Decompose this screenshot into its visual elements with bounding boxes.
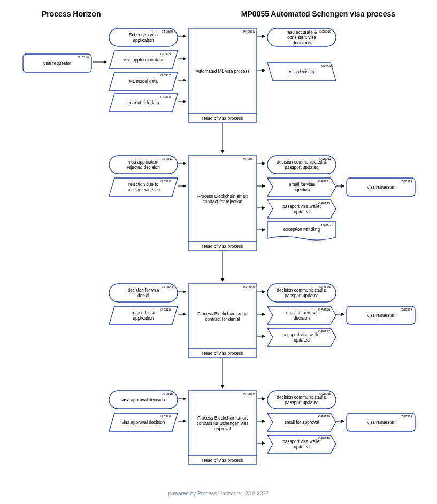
svg-text:CU0333: CU0333	[401, 308, 413, 311]
svg-rect-16	[188, 28, 257, 122]
svg-text:CU0322: CU0322	[401, 180, 413, 183]
svg-text:decision: decision	[294, 316, 310, 321]
node-PR0058: PR0058Process Blockchain smartcontract f…	[188, 283, 257, 358]
svg-text:OP0326: OP0326	[318, 308, 331, 311]
arrow-pr0059-ec0066	[257, 396, 268, 402]
svg-text:CU0332: CU0332	[401, 415, 413, 418]
svg-text:Process Blockchain smart: Process Blockchain smart	[197, 194, 248, 199]
svg-text:visa application: visa application	[128, 160, 158, 165]
arrow-in3-pr0056	[178, 77, 189, 83]
node-ET0065: ET0065visa approval decision	[109, 390, 178, 409]
node-OP0323: OP0323passport visa walletupdated	[267, 199, 336, 219]
svg-text:application: application	[133, 38, 154, 43]
svg-text:contract for Schengen visa: contract for Schengen visa	[197, 421, 249, 426]
svg-text:Process Blockchain smart: Process Blockchain smart	[197, 312, 248, 316]
node-OP0324: OP0324exception handling	[267, 221, 336, 243]
arrow-pr0058-ec0064	[257, 289, 268, 295]
svg-text:PR0057: PR0057	[243, 157, 255, 160]
arrow-pr0059-op0330	[257, 440, 268, 446]
arrow-pr0057-op0324	[257, 227, 268, 233]
arrow-pr0057-op0323	[257, 205, 268, 211]
arrow-op0329-cu0332	[336, 418, 347, 424]
svg-text:PR0056: PR0056	[243, 30, 255, 33]
svg-text:decision communicated &: decision communicated &	[277, 288, 327, 293]
arrow-su-to-ip	[93, 58, 110, 66]
node-CU0332: CU0332visa requester	[346, 413, 416, 432]
arrow-ip0325-pr0058	[178, 311, 189, 317]
arrow-et0061-pr0057	[178, 160, 189, 167]
node-EC0062: EC0062decision communicated &passport up…	[267, 155, 336, 174]
node-OP0319: OP0319visa decision	[267, 62, 336, 81]
node-SU0316: SU0316visa requester	[22, 53, 92, 73]
arrow-et0065-pr0059	[178, 396, 189, 402]
svg-text:decision communicated &: decision communicated &	[277, 395, 327, 400]
svg-text:Head of visa process: Head of visa process	[202, 351, 243, 356]
node-ET0061: ET0061visa applicationrejected decision	[109, 155, 178, 174]
svg-text:passport updated: passport updated	[285, 293, 319, 298]
node-PR0056: PR0056Automated ML visa processHead of v…	[188, 28, 257, 123]
svg-text:IP0320: IP0320	[160, 180, 171, 183]
arrow-pr0057-ec0062	[257, 160, 268, 167]
node-PR0057: PR0057Process Blockchain smartcontract f…	[188, 155, 257, 251]
header-left: Process Horizon	[42, 10, 101, 18]
svg-text:fast, accurate &: fast, accurate &	[287, 30, 317, 35]
svg-text:email for approval: email for approval	[284, 420, 319, 425]
node-IP0328: IP0328visa approval decision	[109, 413, 178, 432]
arrow-pr0058-op0326	[257, 311, 268, 317]
arrow-in4-pr0056	[178, 98, 189, 105]
svg-text:OP0324: OP0324	[321, 223, 334, 227]
node-IP0317: IP0317ML model data	[109, 72, 178, 91]
svg-text:passport visa wallet: passport visa wallet	[282, 332, 321, 337]
node-CU0322: CU0322visa requester	[346, 177, 416, 197]
svg-text:decision communicated &: decision communicated &	[277, 160, 327, 165]
arrow-in2-pr0056	[178, 56, 189, 62]
arrow-pr0057-pr0058	[217, 251, 228, 284]
node-EC0060: EC0060fast, accurate &consistent visadec…	[267, 28, 336, 47]
svg-text:contract for rejection: contract for rejection	[203, 199, 243, 204]
diagram-page: Process Horizon MP0055 Automated Schenge…	[0, 0, 437, 504]
node-EC0066: EC0066decision communicated &passport up…	[267, 390, 336, 409]
svg-text:ML model data: ML model data	[129, 79, 158, 84]
svg-text:email for refusal: email for refusal	[286, 311, 317, 315]
arrow-pr0057-op0321	[257, 183, 268, 189]
svg-text:email for visa: email for visa	[289, 182, 315, 187]
footer-text: powered by Process Horizon™, 23.8.2022	[0, 491, 437, 497]
svg-text:visa requester: visa requester	[43, 61, 71, 66]
svg-text:IP0318: IP0318	[160, 95, 171, 98]
arrow-ip0328-pr0059	[178, 418, 189, 424]
svg-text:visa requester: visa requester	[367, 420, 395, 425]
svg-text:ET0063: ET0063	[162, 285, 173, 289]
svg-text:rejected decision: rejected decision	[127, 165, 160, 170]
arrow-et0063-pr0058	[178, 289, 189, 295]
node-PR0059: PR0059Process Blockchain smartcontract f…	[188, 390, 257, 465]
svg-text:ET0061: ET0061	[162, 157, 173, 160]
svg-text:Head of visa process: Head of visa process	[202, 116, 243, 121]
node-IP0325: IP0325refused visaapplication	[109, 306, 178, 325]
svg-text:passport updated: passport updated	[285, 165, 319, 170]
svg-text:OP0329: OP0329	[318, 415, 331, 418]
svg-text:visa requester: visa requester	[367, 185, 395, 190]
node-IP0320: IP0320rejection due tomissing evidence	[109, 177, 178, 197]
node-CU0333: CU0333visa requester	[346, 306, 416, 325]
node-OP0330: OP0330passport visa walletupdated	[267, 435, 336, 454]
svg-text:IP0328: IP0328	[160, 415, 171, 418]
node-ET0059: ET0059Schengen visaapplication	[109, 28, 178, 47]
svg-text:rejection: rejection	[294, 188, 310, 192]
node-EC0064: EC0064decision communicated &passport up…	[267, 283, 336, 303]
svg-text:approval: approval	[214, 427, 231, 431]
header-right: MP0055 Automated Schengen visa process	[241, 10, 395, 18]
svg-text:contract for denial: contract for denial	[205, 317, 240, 322]
svg-text:updated: updated	[294, 210, 310, 214]
svg-text:ET0065: ET0065	[162, 392, 173, 396]
svg-text:rejection due to: rejection due to	[128, 182, 158, 187]
arrow-op0321-cu0322	[336, 183, 347, 189]
node-OP0329: OP0329email for approval	[267, 413, 336, 432]
arrow-pr0056-op	[257, 67, 268, 74]
svg-text:Process Blockchain smart: Process Blockchain smart	[197, 416, 248, 421]
node-OP0321: OP0321email for visarejection	[267, 177, 336, 197]
svg-text:Head of visa process: Head of visa process	[202, 458, 243, 463]
arrow-pr0059-op0329	[257, 418, 268, 424]
node-IP0318: IP0318current risk data	[109, 93, 178, 112]
svg-text:PR0058: PR0058	[243, 285, 255, 289]
svg-text:decision for visa: decision for visa	[128, 288, 159, 293]
